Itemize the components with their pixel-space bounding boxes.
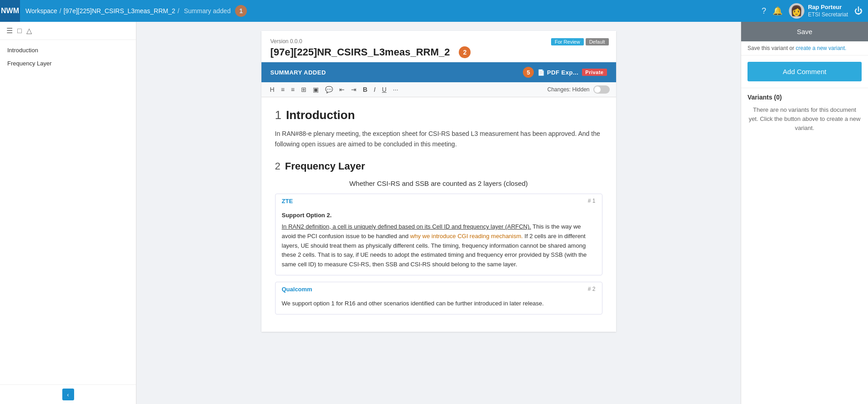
breadcrumb: Workspace / [97e][225]NR_CSIRS_L3meas_RR… bbox=[25, 5, 762, 17]
user-avatar-wrap[interactable]: 👩 Rap Porteur ETSI Secretariat bbox=[789, 3, 848, 19]
topbar-actions: ? 🔔 👩 Rap Porteur ETSI Secretariat ⏻ bbox=[762, 3, 863, 19]
toolbar-indent-left-btn[interactable]: ⇤ bbox=[337, 85, 347, 95]
content-area[interactable]: Version 0.0.0 [97e][225]NR_CSIRS_L3meas_… bbox=[136, 22, 741, 404]
breadcrumb-docname[interactable]: [97e][225]NR_CSIRS_L3meas_RRM_2 bbox=[64, 7, 176, 15]
comment-org-zte: ZTE bbox=[282, 198, 293, 204]
toolbar-underline-btn[interactable]: U bbox=[380, 85, 389, 95]
comment-card-zte: ZTE # 1 Support Option 2. In RAN2 defini… bbox=[275, 194, 602, 275]
toggle-switch[interactable] bbox=[593, 85, 610, 94]
sidebar-nav: Introduction Frequency Layer bbox=[0, 40, 136, 384]
toggle-knob bbox=[594, 86, 601, 93]
pdf-export-btn[interactable]: 📄 PDF Exp... bbox=[537, 69, 578, 76]
save-note: Save this variant or create a new varian… bbox=[741, 41, 868, 55]
badge-default: Default bbox=[586, 38, 609, 45]
help-icon[interactable]: ? bbox=[762, 6, 766, 16]
comment-card-zte-header: ZTE # 1 bbox=[276, 194, 602, 207]
comment-card-qualcomm: Qualcomm # 2 We support option 1 for R16… bbox=[275, 282, 602, 314]
section-2-title: Frequency Layer bbox=[285, 160, 365, 172]
toolbar-bold-btn[interactable]: B bbox=[361, 85, 370, 95]
doc-header: Version 0.0.0 [97e][225]NR_CSIRS_L3meas_… bbox=[261, 31, 616, 62]
editor-toolbar: H ≡ ≡ ⊞ ▣ 💬 ⇤ ⇥ B I U ··· Changes: Hidde… bbox=[261, 82, 616, 97]
doc-badges: For Review Default bbox=[551, 38, 608, 45]
toolbar-heading-btn[interactable]: H bbox=[268, 85, 277, 95]
sidebar-prev-btn[interactable]: ‹ bbox=[62, 389, 74, 400]
badge-review: For Review bbox=[551, 38, 584, 45]
create-variant-link[interactable]: create a new variant. bbox=[796, 45, 846, 51]
comment-body-zte: Support Option 2. In RAN2 definition, a … bbox=[276, 207, 602, 275]
section-2-heading: 2 Frequency Layer bbox=[275, 160, 602, 172]
section-1-para: In RAN#88-e plenary meeting, the excepti… bbox=[275, 129, 602, 150]
save-note-text: Save this variant or bbox=[748, 45, 794, 51]
square-icon[interactable]: □ bbox=[17, 27, 22, 35]
badge-private: Private bbox=[582, 69, 607, 76]
changes-label: Changes: Hidden bbox=[547, 86, 590, 93]
breadcrumb-status: Summary added bbox=[184, 7, 231, 15]
toolbar-indent-right-btn[interactable]: ⇥ bbox=[349, 85, 359, 95]
list-icon[interactable]: ☰ bbox=[6, 26, 13, 35]
sidebar-bottom: ‹ bbox=[0, 384, 136, 404]
comment-card-qualcomm-header: Qualcomm # 2 bbox=[276, 282, 602, 295]
variants-title: Variants (0) bbox=[748, 94, 862, 101]
doc-container: Version 0.0.0 [97e][225]NR_CSIRS_L3meas_… bbox=[261, 31, 616, 332]
sidebar-item-introduction[interactable]: Introduction bbox=[0, 44, 136, 57]
main-layout: ☰ □ △ Introduction Frequency Layer ‹ Ver… bbox=[0, 22, 868, 404]
right-panel: Save Save this variant or create a new v… bbox=[741, 22, 868, 404]
triangle-icon[interactable]: △ bbox=[26, 26, 32, 35]
toolbar-ul-btn[interactable]: ≡ bbox=[279, 85, 287, 95]
power-icon[interactable]: ⏻ bbox=[854, 6, 863, 16]
breadcrumb-workspace[interactable]: Workspace bbox=[25, 7, 57, 15]
variants-empty-text: There are no variants for this document … bbox=[748, 105, 862, 133]
variants-section: Variants (0) There are no variants for t… bbox=[741, 88, 868, 138]
changes-toggle: Changes: Hidden bbox=[547, 85, 610, 94]
section-1-heading: 1 Introduction bbox=[275, 108, 602, 122]
toolbar-table-btn[interactable]: ⊞ bbox=[299, 85, 309, 95]
breadcrumb-sep1: / bbox=[60, 7, 61, 15]
logo: NWM bbox=[0, 0, 20, 22]
comment-orange-zte: why we introduce CGI reading mechanism. bbox=[410, 233, 523, 239]
user-role: ETSI Secretariat bbox=[808, 11, 848, 19]
save-button[interactable]: Save bbox=[741, 22, 868, 41]
step-badge-1: 1 bbox=[235, 5, 247, 17]
breadcrumb-sep2: / bbox=[178, 7, 180, 15]
comment-body-qualcomm: We support option 1 for R16 and other sc… bbox=[276, 295, 602, 314]
sidebar-toolbar: ☰ □ △ bbox=[0, 22, 136, 40]
section-2-table-title: Whether CSI-RS and SSB are counted as 2 … bbox=[275, 180, 602, 187]
sidebar-item-frequency-layer[interactable]: Frequency Layer bbox=[0, 57, 136, 70]
toolbar-more-btn[interactable]: ··· bbox=[391, 85, 401, 95]
section-bar-right: 5 📄 PDF Exp... Private bbox=[523, 67, 607, 78]
toolbar-comment-btn[interactable]: 💬 bbox=[323, 85, 335, 95]
step-badge-2: 2 bbox=[459, 46, 471, 58]
toolbar-image-btn[interactable]: ▣ bbox=[311, 85, 321, 95]
comment-num-zte: # 1 bbox=[588, 198, 596, 204]
doc-body: 1 Introduction In RAN#88-e plenary meeti… bbox=[261, 97, 616, 332]
bell-icon[interactable]: 🔔 bbox=[773, 6, 783, 16]
comment-num-qualcomm: # 2 bbox=[588, 286, 596, 293]
sidebar: ☰ □ △ Introduction Frequency Layer ‹ bbox=[0, 22, 136, 404]
section-2-num: 2 bbox=[275, 160, 281, 172]
section-bar-label: SUMMARY ADDED bbox=[271, 69, 326, 76]
comment-plain-qualcomm: We support option 1 for R16 and other sc… bbox=[282, 300, 544, 307]
comment-support-zte: Support Option 2. bbox=[282, 211, 596, 220]
user-info: Rap Porteur ETSI Secretariat bbox=[808, 4, 848, 18]
topbar: NWM Workspace / [97e][225]NR_CSIRS_L3mea… bbox=[0, 0, 868, 22]
add-comment-button[interactable]: Add Comment bbox=[748, 62, 862, 81]
section-1-num: 1 bbox=[275, 108, 281, 122]
doc-title-text: [97e][225]NR_CSIRS_L3meas_RRM_2 bbox=[271, 46, 450, 58]
comment-org-qualcomm: Qualcomm bbox=[282, 286, 312, 293]
section-1-title: Introduction bbox=[286, 108, 355, 122]
step-badge-5: 5 bbox=[523, 67, 534, 78]
avatar: 👩 bbox=[789, 3, 804, 19]
toolbar-ol-btn[interactable]: ≡ bbox=[289, 85, 297, 95]
comment-underline-zte: In RAN2 definition, a cell is uniquely d… bbox=[282, 223, 531, 230]
doc-title: [97e][225]NR_CSIRS_L3meas_RRM_2 2 bbox=[271, 46, 607, 58]
user-name: Rap Porteur bbox=[808, 4, 848, 11]
section-bar: SUMMARY ADDED 5 📄 PDF Exp... Private bbox=[261, 62, 616, 82]
toolbar-italic-btn[interactable]: I bbox=[371, 85, 378, 95]
